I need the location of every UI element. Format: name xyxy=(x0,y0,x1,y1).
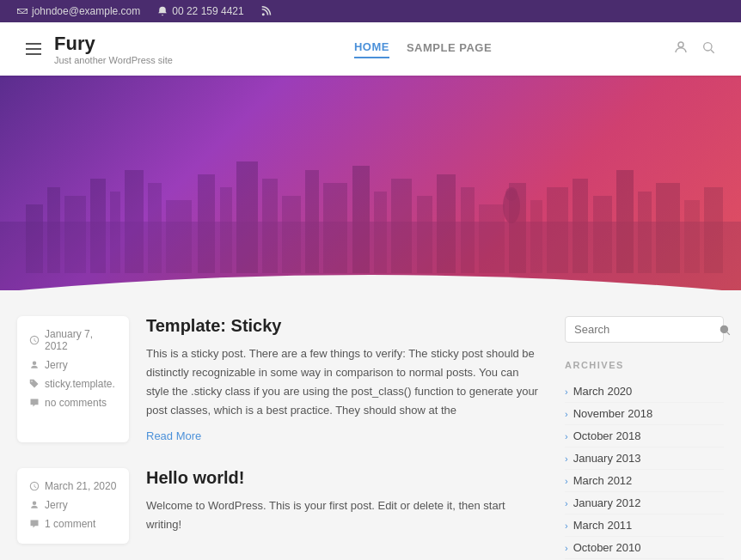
header-left: Fury Just another WordPress site xyxy=(26,33,173,65)
email-item: johndoe@example.com xyxy=(17,5,140,17)
rss-item xyxy=(261,6,272,16)
archive-item-1: ›November 2018 xyxy=(565,403,724,425)
site-tagline: Just another WordPress site xyxy=(54,55,173,65)
hamburger-button[interactable] xyxy=(26,43,41,55)
svg-point-0 xyxy=(261,13,264,15)
comment-icon-1 xyxy=(29,398,40,408)
post-author-1: Jerry xyxy=(29,359,117,371)
hero-section xyxy=(0,76,741,290)
archive-item-4: ›March 2012 xyxy=(565,470,724,492)
chevron-icon-7: › xyxy=(565,543,568,553)
read-more-1[interactable]: Read More xyxy=(146,429,201,442)
posts-area: January 7, 2012 Jerry sticky.template. n… xyxy=(17,316,539,560)
post-card-1: January 7, 2012 Jerry sticky.template. n… xyxy=(17,316,539,442)
chevron-icon-0: › xyxy=(565,387,568,397)
chevron-icon-3: › xyxy=(565,453,568,464)
svg-point-2 xyxy=(704,43,712,51)
post-excerpt-2: Welcome to WordPress. This is your first… xyxy=(146,496,539,534)
nav-sample-page[interactable]: SAMPLE PAGE xyxy=(407,41,492,58)
archive-link-6[interactable]: March 2011 xyxy=(573,519,633,532)
site-branding: Fury Just another WordPress site xyxy=(54,33,173,65)
top-bar: johndoe@example.com 00 22 159 4421 xyxy=(0,0,741,22)
chevron-icon-1: › xyxy=(565,409,568,419)
sidebar: ARCHIVES ›March 2020 ›November 2018 ›Oct… xyxy=(565,316,724,560)
archive-link-2[interactable]: October 2018 xyxy=(573,429,641,442)
tag-icon-1 xyxy=(29,379,40,389)
hero-curve xyxy=(0,258,741,290)
user-icon[interactable] xyxy=(673,40,689,58)
post-comments-2: 1 comment xyxy=(29,518,117,530)
post-date-1: January 7, 2012 xyxy=(29,328,117,352)
chevron-icon-5: › xyxy=(565,498,568,508)
archive-item-0: ›March 2020 xyxy=(565,380,724,403)
header-right xyxy=(673,40,715,58)
post-content-1: Template: Sticky This is a sticky post. … xyxy=(146,316,539,442)
search-header-icon[interactable] xyxy=(701,40,715,58)
main-wrapper: January 7, 2012 Jerry sticky.template. n… xyxy=(0,290,741,560)
site-header: Fury Just another WordPress site HOME SA… xyxy=(0,22,741,76)
email-text: johndoe@example.com xyxy=(32,5,140,17)
post-date-2: March 21, 2020 xyxy=(29,480,117,492)
comment-icon-2 xyxy=(29,519,40,529)
svg-point-38 xyxy=(505,187,517,201)
clock-icon-2 xyxy=(29,481,40,491)
clock-icon-1 xyxy=(29,335,40,345)
svg-point-39 xyxy=(720,326,727,332)
search-icon xyxy=(719,324,731,336)
phone-text: 00 22 159 4421 xyxy=(172,5,243,17)
search-input[interactable] xyxy=(574,323,719,336)
user-icon-2 xyxy=(29,500,40,510)
post-card-2: March 21, 2020 Jerry 1 comment Hello wor… xyxy=(17,468,539,543)
email-icon xyxy=(17,6,28,16)
chevron-icon-4: › xyxy=(565,476,568,486)
post-content-2: Hello world! Welcome to WordPress. This … xyxy=(146,468,539,543)
post-tags-1: sticky.template. xyxy=(29,378,117,390)
post-meta-1: January 7, 2012 Jerry sticky.template. n… xyxy=(17,316,129,442)
post-excerpt-1: This is a sticky post. There are a few t… xyxy=(146,344,539,420)
svg-rect-15 xyxy=(236,161,258,273)
svg-point-1 xyxy=(678,42,683,47)
archive-link-1[interactable]: November 2018 xyxy=(573,407,653,420)
archive-link-7[interactable]: October 2010 xyxy=(573,541,641,554)
archive-item-6: ›March 2011 xyxy=(565,514,724,537)
archive-item-7: ›October 2010 xyxy=(565,537,724,559)
main-nav: HOME SAMPLE PAGE xyxy=(354,40,492,58)
user-icon-1 xyxy=(29,360,40,370)
bell-icon xyxy=(157,6,168,16)
chevron-icon-2: › xyxy=(565,431,568,441)
svg-line-40 xyxy=(727,332,730,334)
phone-item: 00 22 159 4421 xyxy=(157,5,243,17)
post-comments-1: no comments xyxy=(29,397,117,409)
post-meta-2: March 21, 2020 Jerry 1 comment xyxy=(17,468,129,543)
chevron-icon-6: › xyxy=(565,520,568,531)
archive-item-2: ›October 2018 xyxy=(565,425,724,447)
search-box[interactable] xyxy=(565,316,724,343)
post-title-2: Hello world! xyxy=(146,468,539,488)
svg-line-3 xyxy=(711,50,714,53)
archive-item-5: ›January 2012 xyxy=(565,492,724,514)
rss-icon xyxy=(261,6,272,16)
archive-link-4[interactable]: March 2012 xyxy=(573,474,633,487)
archive-list: ›March 2020 ›November 2018 ›October 2018… xyxy=(565,380,724,559)
archives-title: ARCHIVES xyxy=(565,360,724,370)
archive-link-3[interactable]: January 2013 xyxy=(573,452,641,465)
archive-link-5[interactable]: January 2012 xyxy=(573,496,641,509)
archive-link-0[interactable]: March 2020 xyxy=(573,385,633,398)
archive-item-3: ›January 2013 xyxy=(565,447,724,470)
site-title: Fury xyxy=(54,33,173,55)
nav-home[interactable]: HOME xyxy=(354,40,389,58)
post-title-1: Template: Sticky xyxy=(146,316,539,336)
post-author-2: Jerry xyxy=(29,499,117,511)
